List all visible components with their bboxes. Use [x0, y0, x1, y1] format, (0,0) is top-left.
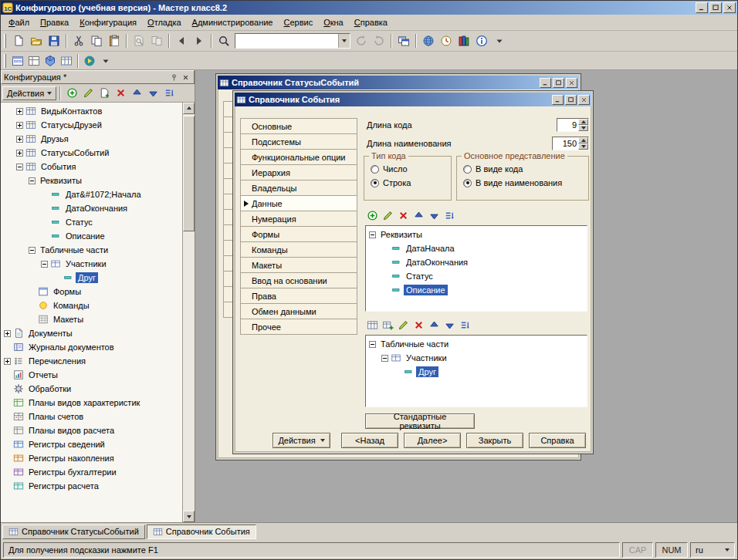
- back-window-maximize-button[interactable]: [553, 78, 564, 88]
- tree-item[interactable]: Табличные части: [366, 337, 587, 351]
- tree-item-label[interactable]: Реквизиты: [378, 229, 425, 240]
- collapse-icon[interactable]: [41, 261, 48, 268]
- pencil-button[interactable]: [381, 208, 394, 222]
- tree-item-label[interactable]: Регистры накопления: [26, 453, 117, 464]
- close-button[interactable]: [723, 2, 736, 13]
- back-button[interactable]: <Назад: [341, 433, 398, 448]
- tree-item-label[interactable]: Регистры бухгалтерии: [26, 467, 119, 477]
- delete-x-button[interactable]: [113, 86, 128, 101]
- radio-option[interactable]: В виде наименования: [463, 178, 588, 187]
- tree-item-label[interactable]: Статус: [404, 271, 435, 282]
- add-circle-button[interactable]: [64, 86, 80, 101]
- tree-item-label[interactable]: Отчеты: [26, 369, 60, 380]
- close-dialog-button[interactable]: Закрыть: [466, 433, 523, 448]
- dropdown-button[interactable]: [491, 32, 508, 49]
- tree-item[interactable]: Регистры сведений: [1, 437, 182, 451]
- tree-item-label[interactable]: Обработки: [26, 383, 73, 394]
- dialog-tab[interactable]: Команды: [240, 241, 357, 258]
- dialog-tab[interactable]: Ввод на основании: [240, 272, 357, 288]
- dialog-tab[interactable]: Основные: [240, 118, 357, 134]
- clock-button[interactable]: [438, 32, 455, 49]
- new-doc-button[interactable]: [10, 32, 27, 49]
- menu-item[interactable]: Справка: [349, 15, 393, 29]
- radio-option[interactable]: Строка: [371, 178, 451, 187]
- reorder-button[interactable]: [442, 208, 456, 222]
- scroll-down-arrow[interactable]: [183, 511, 195, 522]
- tree-item[interactable]: Участники: [366, 351, 587, 365]
- dialog-tab[interactable]: Права: [240, 288, 357, 304]
- save-button[interactable]: [46, 32, 63, 49]
- tree-item-label[interactable]: Табличные части: [38, 245, 110, 255]
- dropdown-button[interactable]: [98, 53, 113, 69]
- tree-item-label[interactable]: Планы видов расчета: [26, 425, 117, 436]
- expand-icon[interactable]: [16, 150, 23, 157]
- dialog-tab[interactable]: Формы: [240, 226, 357, 242]
- info-button[interactable]: [473, 32, 490, 49]
- scroll-thumb[interactable]: [183, 116, 195, 231]
- dialog-minimize-button[interactable]: [552, 95, 564, 105]
- dialog-tab[interactable]: Макеты: [240, 257, 357, 273]
- radio-icon[interactable]: [463, 165, 472, 174]
- menu-item[interactable]: Файл: [3, 15, 35, 29]
- tree-item[interactable]: Дат&#1072;Начала: [1, 187, 182, 201]
- tree-item-label[interactable]: Друг: [416, 366, 438, 377]
- delete-x-button[interactable]: [411, 318, 425, 332]
- radio-selected-icon[interactable]: [371, 179, 379, 187]
- tree-item[interactable]: Команды: [1, 299, 182, 312]
- reorder-button[interactable]: [161, 86, 177, 101]
- tree-item[interactable]: Реквизиты: [1, 174, 182, 187]
- reorder-button[interactable]: [458, 318, 472, 332]
- expand-icon[interactable]: [16, 108, 23, 115]
- expand-icon[interactable]: [4, 330, 11, 337]
- tabular-sections-list[interactable]: Табличные частиУчастникиДруг: [365, 335, 587, 407]
- menu-item[interactable]: Окна: [318, 15, 349, 29]
- standard-attributes-button[interactable]: Стандартные реквизиты: [365, 413, 475, 429]
- dialog-tab[interactable]: Данные: [240, 195, 357, 211]
- tree-item-label[interactable]: ВидыКонтактов: [39, 106, 104, 116]
- table-add-button[interactable]: [381, 318, 394, 332]
- add-circle-button[interactable]: [365, 208, 379, 222]
- spin-up-arrow[interactable]: [578, 137, 588, 143]
- tree-item-label[interactable]: Команды: [51, 300, 92, 311]
- tree-item[interactable]: Регистры расчета: [1, 479, 182, 493]
- globe-button[interactable]: [420, 32, 437, 49]
- back-window-minimize-button[interactable]: [540, 78, 551, 88]
- dialog-tab[interactable]: Иерархия: [240, 164, 357, 180]
- tree-item-label[interactable]: Участники: [63, 258, 109, 269]
- tree-item[interactable]: ДатаНачала: [366, 241, 587, 255]
- open-folder-button[interactable]: [28, 32, 45, 49]
- radio-option[interactable]: В виде кода: [463, 164, 588, 174]
- tree-item-label[interactable]: Перечисления: [26, 356, 88, 366]
- toolbar-combobox[interactable]: [235, 33, 350, 49]
- tree-item-label[interactable]: Макеты: [51, 314, 86, 325]
- language-indicator[interactable]: ru: [690, 542, 735, 558]
- back-arrow-button[interactable]: [173, 32, 190, 49]
- tree-item-label[interactable]: Статус: [63, 217, 95, 228]
- tree-item-label[interactable]: ДатаОкончания: [404, 257, 470, 268]
- tree-item-label[interactable]: Реквизиты: [38, 175, 84, 186]
- tree-item-label[interactable]: Регистры сведений: [26, 439, 107, 450]
- form-grid-button[interactable]: [10, 53, 25, 69]
- minimize-button[interactable]: [696, 2, 708, 13]
- tree-item[interactable]: Макеты: [1, 312, 182, 326]
- window-copy-button[interactable]: [395, 32, 412, 49]
- tree-item[interactable]: Планы видов характеристик: [1, 396, 182, 410]
- expand-icon[interactable]: [16, 122, 23, 129]
- name-length-spinner[interactable]: 150: [552, 137, 589, 150]
- tree-item-label[interactable]: Планы счетов: [26, 411, 86, 422]
- tree-item[interactable]: Друг: [1, 271, 182, 285]
- tree-scrollbar[interactable]: [182, 103, 195, 522]
- spin-down-arrow[interactable]: [578, 125, 588, 131]
- combobox-dropdown-button[interactable]: [338, 34, 350, 48]
- window-tab[interactable]: Справочник События: [147, 525, 256, 539]
- dialog-tab[interactable]: Обмен данными: [240, 303, 357, 319]
- tree-item-label[interactable]: ДатаНачала: [404, 243, 457, 254]
- actions-menu-button[interactable]: Действия: [2, 86, 56, 100]
- collapse-icon[interactable]: [369, 341, 376, 348]
- forward-arrow-button[interactable]: [191, 32, 208, 49]
- tree-item[interactable]: Перечисления: [1, 354, 182, 368]
- refresh-button[interactable]: [353, 32, 370, 49]
- copy-button[interactable]: [88, 32, 105, 49]
- expand-icon[interactable]: [4, 358, 11, 365]
- tree-item[interactable]: ВидыКонтактов: [1, 104, 182, 118]
